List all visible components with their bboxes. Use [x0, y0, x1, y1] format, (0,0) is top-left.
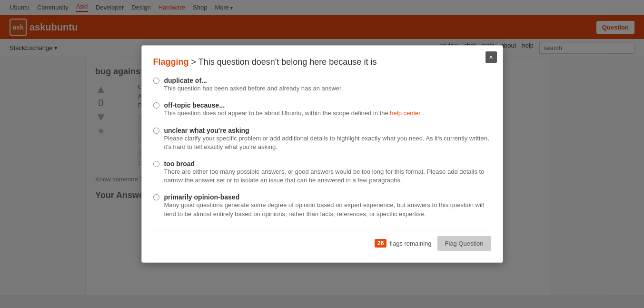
option-opinion-desc: Many good questions generate some degree…	[164, 201, 491, 218]
option-opinion-title[interactable]: primarily opinion-based	[164, 193, 240, 201]
option-toobroad-desc: There are either too many possible answe…	[164, 168, 491, 185]
option-offtopic-content: off-topic because... This question does …	[164, 101, 491, 118]
modal-close-button[interactable]: ×	[485, 51, 497, 63]
modal-overlay[interactable]: × Flagging > This question doesn't belon…	[0, 0, 644, 295]
option-opinion-content: primarily opinion-based Many good questi…	[164, 193, 491, 218]
option-opinion-radio[interactable]	[153, 194, 159, 200]
modal-footer: 26 flags remaining Flag Question	[153, 230, 491, 251]
option-offtopic: off-topic because... This question does …	[153, 101, 491, 118]
modal-title-rest: > This question doesn't belong here beca…	[191, 57, 377, 67]
flags-remaining: 26 flags remaining	[375, 239, 432, 248]
modal-title-flagging: Flagging	[153, 57, 189, 67]
option-unclear-desc: Please clarify your specific problem or …	[164, 134, 491, 151]
option-toobroad-radio[interactable]	[153, 161, 159, 167]
option-duplicate-title[interactable]: duplicate of...	[164, 77, 207, 84]
option-opinion: primarily opinion-based Many good questi…	[153, 193, 491, 218]
modal-title: Flagging > This question doesn't belong …	[153, 57, 491, 67]
option-duplicate: duplicate of... This question has been a…	[153, 77, 491, 93]
option-unclear-title[interactable]: unclear what you're asking	[164, 127, 249, 134]
option-toobroad-content: too broad There are either too many poss…	[164, 160, 491, 185]
help-center-link[interactable]: help center	[390, 109, 420, 117]
flags-label: flags remaining	[389, 240, 431, 247]
option-offtopic-title[interactable]: off-topic because...	[164, 101, 225, 109]
option-duplicate-desc: This question has been asked before and …	[164, 84, 491, 93]
option-toobroad-title[interactable]: too broad	[164, 160, 195, 168]
flags-count-badge: 26	[375, 239, 386, 248]
option-duplicate-content: duplicate of... This question has been a…	[164, 77, 491, 93]
option-toobroad: too broad There are either too many poss…	[153, 160, 491, 185]
flagging-modal: × Flagging > This question doesn't belon…	[141, 45, 503, 263]
option-unclear-content: unclear what you're asking Please clarif…	[164, 127, 491, 151]
option-unclear-radio[interactable]	[153, 128, 159, 134]
option-duplicate-radio[interactable]	[153, 78, 159, 84]
option-unclear: unclear what you're asking Please clarif…	[153, 127, 491, 151]
option-offtopic-radio[interactable]	[153, 102, 159, 109]
flag-question-button[interactable]: Flag Question	[437, 236, 491, 251]
option-offtopic-desc: This question does not appear to be abou…	[164, 109, 491, 118]
